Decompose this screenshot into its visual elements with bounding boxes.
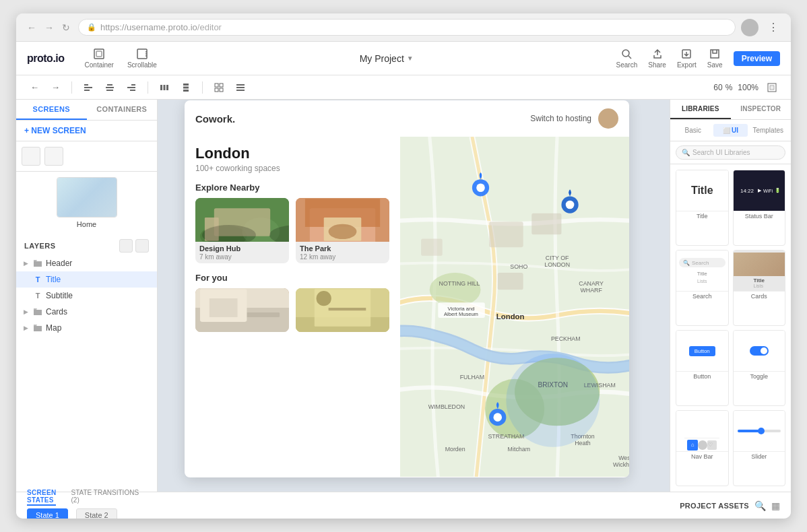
align-right-button[interactable] [123, 81, 139, 94]
card-label-design-hub: Design Hub [195, 242, 289, 253]
layer-item-subtitle[interactable]: T Subtitle [16, 288, 157, 304]
svg-rect-52 [329, 308, 366, 310]
svg-text:PECKHAM: PECKHAM [551, 335, 581, 342]
scrollable-tool[interactable]: Scrollable [127, 48, 157, 69]
svg-rect-47 [209, 298, 238, 317]
svg-rect-24 [215, 84, 218, 87]
layer-item-header[interactable]: ▶ Header [16, 255, 157, 271]
lib-item-button[interactable]: Button Button [676, 330, 729, 406]
map-area: NOTTING HILL SOHO CITY OF LONDON London … [400, 137, 629, 477]
assets-search-button[interactable]: 🔍 [754, 500, 766, 511]
preview-button[interactable]: Preview [734, 51, 780, 66]
lib-item-slider[interactable]: Slider [733, 410, 786, 486]
browser-window: ← → ↻ 🔒 https://username.proto.io/editor… [16, 13, 791, 519]
layers-actions [119, 239, 149, 253]
subtab-ui[interactable]: ⬜ UI [713, 124, 748, 137]
project-title[interactable]: My Project ▼ [360, 53, 414, 64]
search-icon [619, 48, 634, 60]
subtab-basic[interactable]: Basic [676, 124, 711, 137]
align-center-h-button[interactable] [102, 81, 118, 94]
svg-text:WIMBLEDON: WIMBLEDON [428, 403, 465, 410]
reload-button[interactable]: ↻ [59, 21, 73, 34]
export-tool[interactable]: Export [677, 48, 697, 69]
layers-action-btn-2[interactable] [135, 239, 149, 253]
redo-button[interactable]: → [48, 80, 63, 94]
tab-screens[interactable]: SCREENS [16, 100, 87, 120]
lib-preview-search: 🔍 Search Title Lists [676, 251, 728, 291]
tab-containers[interactable]: CONTAINERS [87, 100, 158, 120]
switch-hosting-link[interactable]: Switch to hosting [530, 114, 591, 123]
tab-libraries[interactable]: LIBRARIES [670, 100, 731, 119]
share-tool[interactable]: Share [648, 48, 666, 69]
lib-item-label-title: Title [676, 211, 728, 221]
lib-item-search[interactable]: 🔍 Search Title Lists Search [676, 250, 729, 326]
lib-item-label-button: Button [676, 371, 728, 381]
lib-item-navbar[interactable]: ⌂ ♡ Nav Bar [676, 410, 729, 486]
layers-title: LAYERS [24, 242, 56, 250]
svg-point-51 [317, 291, 331, 306]
card-the-park[interactable]: The Park 12 km away [296, 198, 389, 263]
subtab-templates[interactable]: Templates [750, 124, 785, 137]
fit-screen-button[interactable] [764, 81, 780, 94]
undo-button[interactable]: ← [27, 80, 42, 94]
svg-rect-19 [164, 85, 166, 90]
panel-tabs: SCREENS CONTAINERS [16, 100, 157, 121]
card-fy-2[interactable] [296, 288, 389, 332]
distribute-h-button[interactable] [156, 81, 172, 94]
svg-rect-9 [84, 84, 88, 86]
distribute-v-button[interactable] [178, 81, 194, 94]
search-tool[interactable]: Search [616, 48, 638, 69]
back-button[interactable]: ← [24, 21, 39, 34]
card-fy-1[interactable] [195, 288, 289, 332]
zoom-input[interactable] [699, 83, 723, 92]
layers-action-btn-1[interactable] [119, 239, 133, 253]
grid-view-button[interactable] [211, 81, 227, 94]
lib-item-title[interactable]: Title Title [676, 170, 729, 246]
screen-states-tab[interactable]: SCREENSTATES [27, 489, 56, 506]
thumb-view-btn-1[interactable] [22, 147, 40, 166]
bottom-right: PROJECT ASSETS 🔍 ▦ [680, 500, 780, 511]
layer-item-cards[interactable]: ▶ Cards [16, 304, 157, 320]
layer-item-title[interactable]: T Title [16, 271, 157, 288]
svg-rect-23 [183, 90, 189, 92]
save-label: Save [707, 61, 723, 69]
state-2-button[interactable]: State 2 [76, 508, 117, 519]
save-tool[interactable]: Save [707, 48, 723, 69]
cards-row-2 [195, 288, 389, 332]
align-left-button[interactable] [80, 81, 96, 94]
lib-item-status[interactable]: 14:22 ▶ WiFi 🔋 Status Bar [733, 170, 786, 246]
layer-item-map[interactable]: ▶ Map [16, 320, 157, 336]
folder-icon-map [32, 323, 43, 333]
container-tool[interactable]: Container [85, 48, 114, 69]
card-design-hub[interactable]: Design Hub 7 km away [195, 198, 289, 263]
browser-menu-button[interactable]: ⋮ [764, 20, 783, 35]
lib-search-container[interactable]: 🔍 Search UI Libraries [676, 145, 785, 160]
thumb-view-btn-2[interactable] [44, 147, 63, 166]
screen-item-home[interactable]: Home [16, 172, 157, 234]
svg-rect-2 [137, 49, 147, 59]
lib-item-cards[interactable]: Title Lists Cards [733, 250, 786, 326]
screen-thumbs-toolbar [16, 141, 157, 172]
state-transitions-tab[interactable]: STATE TRANSITIONS(2) [71, 489, 139, 504]
phone-frame: Cowork. Switch to hosting London 100+ co… [185, 100, 629, 477]
svg-text:Morden: Morden [445, 446, 465, 453]
address-bar[interactable]: 🔒 https://username.proto.io/editor [78, 19, 736, 36]
forward-button[interactable]: → [42, 21, 57, 34]
tab-inspector[interactable]: INSPECTOR [731, 100, 792, 119]
app-header-bar: Cowork. Switch to hosting [185, 100, 629, 137]
svg-rect-12 [107, 84, 112, 86]
new-screen-button[interactable]: + NEW SCREEN [16, 121, 157, 141]
app-logo: proto.io [27, 53, 65, 65]
list-view-button[interactable] [232, 81, 249, 94]
svg-rect-28 [236, 84, 245, 86]
lib-navbar-icon-home: ⌂ [687, 440, 698, 451]
assets-grid-button[interactable]: ▦ [771, 500, 780, 511]
app-toolbar: proto.io Container [16, 42, 791, 75]
text-icon-subtitle: T [32, 290, 43, 301]
state-1-button[interactable]: State 1 [27, 508, 68, 519]
lib-item-toggle[interactable]: Toggle [733, 330, 786, 406]
save-icon [707, 48, 722, 60]
card-label-the-park: The Park [296, 242, 389, 253]
svg-point-6 [622, 50, 629, 57]
card-dist-the-park: 12 km away [296, 253, 389, 263]
